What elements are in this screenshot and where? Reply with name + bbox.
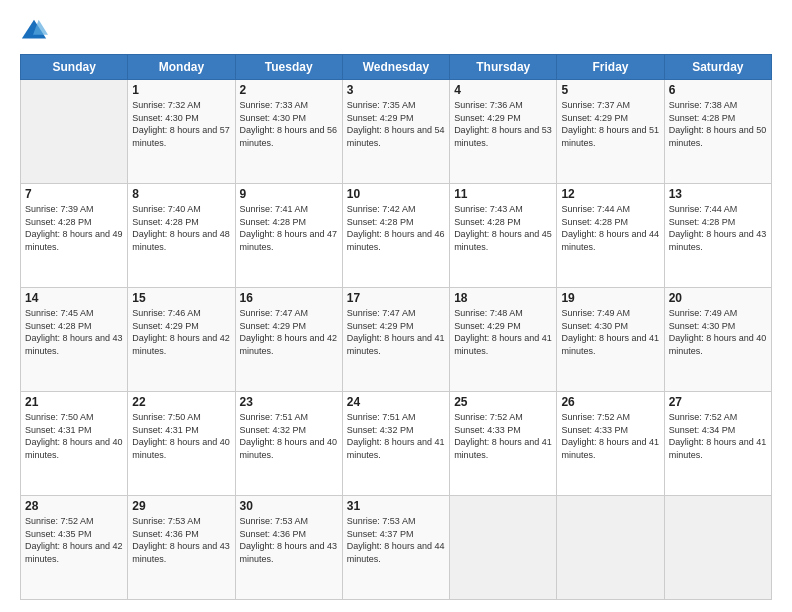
- calendar-cell: 26Sunrise: 7:52 AM Sunset: 4:33 PM Dayli…: [557, 392, 664, 496]
- calendar-week-1: 7Sunrise: 7:39 AM Sunset: 4:28 PM Daylig…: [21, 184, 772, 288]
- day-info: Sunrise: 7:46 AM Sunset: 4:29 PM Dayligh…: [132, 307, 230, 357]
- day-number: 13: [669, 187, 767, 201]
- day-number: 26: [561, 395, 659, 409]
- day-number: 15: [132, 291, 230, 305]
- day-info: Sunrise: 7:48 AM Sunset: 4:29 PM Dayligh…: [454, 307, 552, 357]
- calendar-cell: 20Sunrise: 7:49 AM Sunset: 4:30 PM Dayli…: [664, 288, 771, 392]
- day-number: 9: [240, 187, 338, 201]
- calendar-cell: 3Sunrise: 7:35 AM Sunset: 4:29 PM Daylig…: [342, 80, 449, 184]
- day-number: 10: [347, 187, 445, 201]
- day-number: 1: [132, 83, 230, 97]
- calendar-cell: 4Sunrise: 7:36 AM Sunset: 4:29 PM Daylig…: [450, 80, 557, 184]
- calendar-cell: 8Sunrise: 7:40 AM Sunset: 4:28 PM Daylig…: [128, 184, 235, 288]
- day-number: 14: [25, 291, 123, 305]
- day-number: 23: [240, 395, 338, 409]
- calendar-cell: 17Sunrise: 7:47 AM Sunset: 4:29 PM Dayli…: [342, 288, 449, 392]
- calendar-cell: 22Sunrise: 7:50 AM Sunset: 4:31 PM Dayli…: [128, 392, 235, 496]
- day-info: Sunrise: 7:53 AM Sunset: 4:36 PM Dayligh…: [240, 515, 338, 565]
- day-number: 8: [132, 187, 230, 201]
- day-number: 7: [25, 187, 123, 201]
- logo: [20, 16, 52, 44]
- day-info: Sunrise: 7:33 AM Sunset: 4:30 PM Dayligh…: [240, 99, 338, 149]
- calendar-cell: 14Sunrise: 7:45 AM Sunset: 4:28 PM Dayli…: [21, 288, 128, 392]
- day-info: Sunrise: 7:53 AM Sunset: 4:37 PM Dayligh…: [347, 515, 445, 565]
- calendar-cell: 16Sunrise: 7:47 AM Sunset: 4:29 PM Dayli…: [235, 288, 342, 392]
- header: [20, 16, 772, 44]
- weekday-header-saturday: Saturday: [664, 55, 771, 80]
- calendar-cell: [450, 496, 557, 600]
- day-info: Sunrise: 7:51 AM Sunset: 4:32 PM Dayligh…: [240, 411, 338, 461]
- day-number: 12: [561, 187, 659, 201]
- calendar-cell: 25Sunrise: 7:52 AM Sunset: 4:33 PM Dayli…: [450, 392, 557, 496]
- weekday-header-monday: Monday: [128, 55, 235, 80]
- day-number: 5: [561, 83, 659, 97]
- calendar-cell: [664, 496, 771, 600]
- day-info: Sunrise: 7:42 AM Sunset: 4:28 PM Dayligh…: [347, 203, 445, 253]
- weekday-header-thursday: Thursday: [450, 55, 557, 80]
- weekday-header-sunday: Sunday: [21, 55, 128, 80]
- day-number: 16: [240, 291, 338, 305]
- day-info: Sunrise: 7:37 AM Sunset: 4:29 PM Dayligh…: [561, 99, 659, 149]
- day-number: 30: [240, 499, 338, 513]
- day-number: 6: [669, 83, 767, 97]
- calendar-cell: 27Sunrise: 7:52 AM Sunset: 4:34 PM Dayli…: [664, 392, 771, 496]
- day-info: Sunrise: 7:35 AM Sunset: 4:29 PM Dayligh…: [347, 99, 445, 149]
- weekday-header-row: SundayMondayTuesdayWednesdayThursdayFrid…: [21, 55, 772, 80]
- day-number: 24: [347, 395, 445, 409]
- day-info: Sunrise: 7:39 AM Sunset: 4:28 PM Dayligh…: [25, 203, 123, 253]
- day-info: Sunrise: 7:50 AM Sunset: 4:31 PM Dayligh…: [25, 411, 123, 461]
- calendar-cell: 28Sunrise: 7:52 AM Sunset: 4:35 PM Dayli…: [21, 496, 128, 600]
- day-number: 21: [25, 395, 123, 409]
- calendar-cell: [21, 80, 128, 184]
- calendar-cell: 23Sunrise: 7:51 AM Sunset: 4:32 PM Dayli…: [235, 392, 342, 496]
- day-info: Sunrise: 7:51 AM Sunset: 4:32 PM Dayligh…: [347, 411, 445, 461]
- day-info: Sunrise: 7:52 AM Sunset: 4:33 PM Dayligh…: [454, 411, 552, 461]
- day-number: 17: [347, 291, 445, 305]
- calendar-week-2: 14Sunrise: 7:45 AM Sunset: 4:28 PM Dayli…: [21, 288, 772, 392]
- day-number: 27: [669, 395, 767, 409]
- weekday-header-wednesday: Wednesday: [342, 55, 449, 80]
- day-number: 20: [669, 291, 767, 305]
- day-number: 22: [132, 395, 230, 409]
- calendar-header: SundayMondayTuesdayWednesdayThursdayFrid…: [21, 55, 772, 80]
- day-number: 11: [454, 187, 552, 201]
- weekday-header-friday: Friday: [557, 55, 664, 80]
- day-info: Sunrise: 7:44 AM Sunset: 4:28 PM Dayligh…: [561, 203, 659, 253]
- calendar-week-0: 1Sunrise: 7:32 AM Sunset: 4:30 PM Daylig…: [21, 80, 772, 184]
- day-number: 19: [561, 291, 659, 305]
- day-info: Sunrise: 7:44 AM Sunset: 4:28 PM Dayligh…: [669, 203, 767, 253]
- calendar-cell: 24Sunrise: 7:51 AM Sunset: 4:32 PM Dayli…: [342, 392, 449, 496]
- calendar-cell: 12Sunrise: 7:44 AM Sunset: 4:28 PM Dayli…: [557, 184, 664, 288]
- calendar-week-4: 28Sunrise: 7:52 AM Sunset: 4:35 PM Dayli…: [21, 496, 772, 600]
- day-info: Sunrise: 7:40 AM Sunset: 4:28 PM Dayligh…: [132, 203, 230, 253]
- calendar-cell: 31Sunrise: 7:53 AM Sunset: 4:37 PM Dayli…: [342, 496, 449, 600]
- day-info: Sunrise: 7:49 AM Sunset: 4:30 PM Dayligh…: [669, 307, 767, 357]
- calendar-cell: 30Sunrise: 7:53 AM Sunset: 4:36 PM Dayli…: [235, 496, 342, 600]
- calendar-week-3: 21Sunrise: 7:50 AM Sunset: 4:31 PM Dayli…: [21, 392, 772, 496]
- day-number: 2: [240, 83, 338, 97]
- weekday-header-tuesday: Tuesday: [235, 55, 342, 80]
- calendar-cell: 15Sunrise: 7:46 AM Sunset: 4:29 PM Dayli…: [128, 288, 235, 392]
- day-info: Sunrise: 7:43 AM Sunset: 4:28 PM Dayligh…: [454, 203, 552, 253]
- calendar-table: SundayMondayTuesdayWednesdayThursdayFrid…: [20, 54, 772, 600]
- day-info: Sunrise: 7:45 AM Sunset: 4:28 PM Dayligh…: [25, 307, 123, 357]
- calendar-cell: 18Sunrise: 7:48 AM Sunset: 4:29 PM Dayli…: [450, 288, 557, 392]
- day-info: Sunrise: 7:47 AM Sunset: 4:29 PM Dayligh…: [240, 307, 338, 357]
- day-info: Sunrise: 7:52 AM Sunset: 4:35 PM Dayligh…: [25, 515, 123, 565]
- day-number: 4: [454, 83, 552, 97]
- calendar-cell: 2Sunrise: 7:33 AM Sunset: 4:30 PM Daylig…: [235, 80, 342, 184]
- calendar-cell: 29Sunrise: 7:53 AM Sunset: 4:36 PM Dayli…: [128, 496, 235, 600]
- calendar-cell: 6Sunrise: 7:38 AM Sunset: 4:28 PM Daylig…: [664, 80, 771, 184]
- logo-icon: [20, 16, 48, 44]
- day-number: 31: [347, 499, 445, 513]
- calendar-cell: 13Sunrise: 7:44 AM Sunset: 4:28 PM Dayli…: [664, 184, 771, 288]
- calendar-cell: 7Sunrise: 7:39 AM Sunset: 4:28 PM Daylig…: [21, 184, 128, 288]
- day-info: Sunrise: 7:38 AM Sunset: 4:28 PM Dayligh…: [669, 99, 767, 149]
- calendar-cell: 19Sunrise: 7:49 AM Sunset: 4:30 PM Dayli…: [557, 288, 664, 392]
- day-info: Sunrise: 7:41 AM Sunset: 4:28 PM Dayligh…: [240, 203, 338, 253]
- day-info: Sunrise: 7:36 AM Sunset: 4:29 PM Dayligh…: [454, 99, 552, 149]
- day-info: Sunrise: 7:50 AM Sunset: 4:31 PM Dayligh…: [132, 411, 230, 461]
- day-number: 29: [132, 499, 230, 513]
- day-number: 18: [454, 291, 552, 305]
- calendar-cell: 9Sunrise: 7:41 AM Sunset: 4:28 PM Daylig…: [235, 184, 342, 288]
